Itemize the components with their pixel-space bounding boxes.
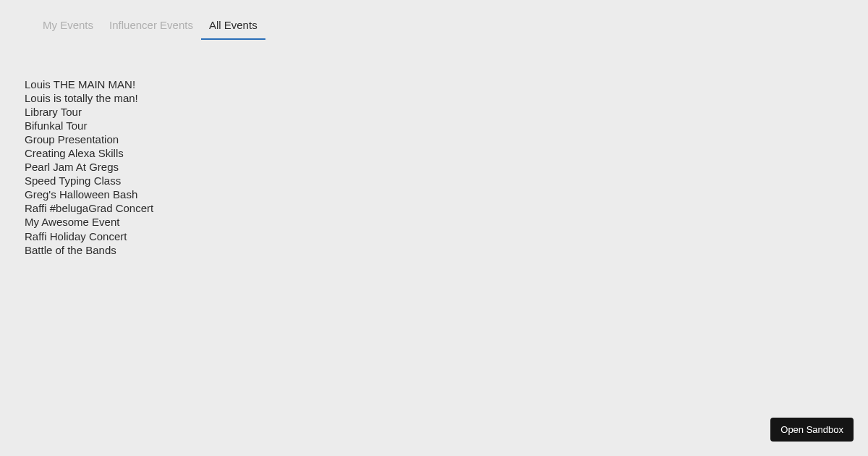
event-item[interactable]: Speed Typing Class bbox=[25, 174, 868, 187]
event-item[interactable]: Creating Alexa Skills bbox=[25, 146, 868, 160]
event-item[interactable]: Library Tour bbox=[25, 105, 868, 119]
event-list: Louis THE MAIN MAN! Louis is totally the… bbox=[0, 40, 868, 257]
event-item[interactable]: Louis is totally the man! bbox=[25, 91, 868, 105]
event-item[interactable]: Battle of the Bands bbox=[25, 243, 868, 257]
tabs-container: My Events Influencer Events All Events bbox=[0, 0, 868, 40]
event-item[interactable]: Raffi Holiday Concert bbox=[25, 229, 868, 243]
tab-my-events[interactable]: My Events bbox=[35, 19, 101, 40]
tab-influencer-events[interactable]: Influencer Events bbox=[101, 19, 201, 40]
event-item[interactable]: Raffi #belugaGrad Concert bbox=[25, 201, 868, 215]
event-item[interactable]: Louis THE MAIN MAN! bbox=[25, 77, 868, 91]
event-item[interactable]: My Awesome Event bbox=[25, 215, 868, 229]
open-sandbox-button[interactable]: Open Sandbox bbox=[770, 418, 854, 442]
event-item[interactable]: Group Presentation bbox=[25, 132, 868, 146]
event-item[interactable]: Bifunkal Tour bbox=[25, 119, 868, 132]
event-item[interactable]: Greg's Halloween Bash bbox=[25, 187, 868, 201]
event-item[interactable]: Pearl Jam At Gregs bbox=[25, 160, 868, 174]
tab-all-events[interactable]: All Events bbox=[201, 19, 265, 40]
